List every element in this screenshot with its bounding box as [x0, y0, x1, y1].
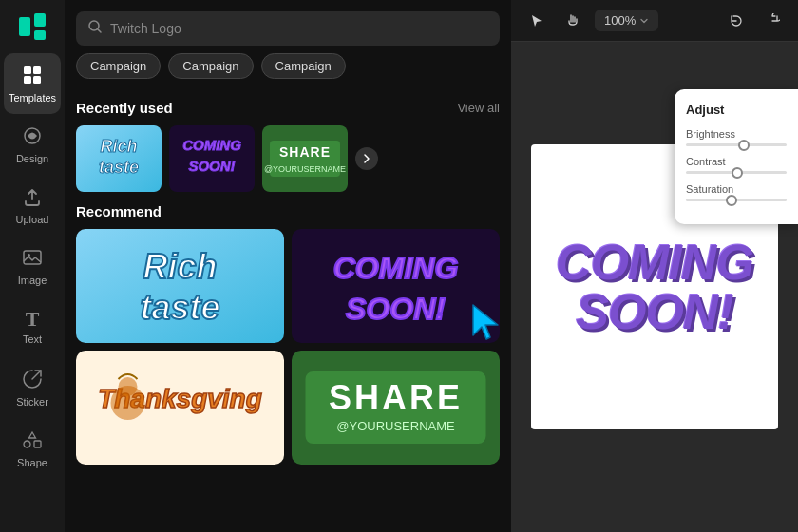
cursor-pointer — [469, 301, 500, 343]
adjust-panel: Adjust Brightness Contrast Saturation — [674, 89, 798, 224]
saturation-label: Saturation — [686, 183, 787, 195]
recommend-item-richtaste[interactable]: Rich taste — [76, 229, 284, 343]
svg-rect-3 — [24, 66, 31, 74]
svg-rect-10 — [34, 441, 41, 447]
svg-text:SHARE: SHARE — [279, 144, 331, 160]
filter-chips: Campaign Campaign Campaign — [65, 53, 511, 88]
svg-rect-8 — [24, 251, 41, 264]
filter-chip-2[interactable]: Campaign — [261, 53, 346, 79]
svg-text:SOON!: SOON! — [188, 158, 235, 174]
svg-text:@YOURUSERNAME: @YOURUSERNAME — [336, 419, 455, 433]
svg-rect-0 — [19, 17, 30, 36]
sidebar-item-shape[interactable]: Shape — [4, 418, 61, 479]
sidebar-item-sticker[interactable]: Sticker — [4, 357, 61, 418]
editor-area: 100% COMING SOON! Adjust — [511, 0, 798, 532]
contrast-slider[interactable] — [686, 171, 787, 174]
canvas-text: COMING SOON! — [556, 238, 753, 336]
sidebar-item-label: Image — [18, 275, 48, 286]
filter-chip-1[interactable]: Campaign — [168, 53, 253, 79]
svg-rect-1 — [34, 13, 46, 27]
contrast-label: Contrast — [686, 156, 787, 167]
recommend-item-thanksgiving[interactable]: Thanksgving — [76, 351, 284, 465]
svg-rect-4 — [33, 66, 41, 74]
recommend-item-comingsoon[interactable]: COMING SOON! — [292, 229, 500, 343]
search-input[interactable]: Twitch Logo — [110, 21, 488, 36]
sticker-icon — [22, 369, 43, 392]
recently-used-row: Rich taste COMING SOON! SHARE @YOURUSER — [76, 125, 500, 192]
editor-toolbar: 100% — [511, 0, 798, 42]
design-icon — [22, 125, 43, 149]
svg-point-32 — [119, 377, 138, 396]
brightness-slider[interactable] — [686, 143, 787, 146]
upload-icon — [22, 186, 43, 210]
svg-point-11 — [24, 441, 30, 447]
sidebar-item-label: Templates — [9, 92, 56, 104]
sidebar-item-image[interactable]: Image — [4, 236, 61, 296]
contrast-thumb[interactable] — [732, 167, 743, 179]
templates-content: Recently used View all Rich taste — [65, 88, 511, 532]
recommend-grid: Rich taste COMING SOON! — [76, 229, 500, 465]
text-icon: T — [26, 309, 40, 330]
sidebar-item-label: Design — [16, 153, 48, 164]
brightness-row: Brightness — [686, 128, 787, 146]
recently-used-header: Recently used View all — [76, 100, 500, 116]
recent-thumb-comingsoon[interactable]: COMING SOON! — [169, 125, 255, 192]
zoom-control[interactable]: 100% — [595, 10, 658, 31]
shape-icon — [22, 429, 43, 453]
sidebar-item-label: Shape — [17, 457, 48, 468]
svg-rect-5 — [24, 76, 31, 84]
sidebar-item-text[interactable]: T Text — [4, 296, 61, 357]
undo-button[interactable] — [722, 7, 750, 35]
view-all-button[interactable]: View all — [457, 101, 500, 115]
recent-thumb-richtaste[interactable]: Rich taste — [76, 125, 162, 192]
app-logo — [13, 8, 51, 46]
svg-rect-6 — [33, 76, 41, 84]
recommend-title: Recommend — [76, 203, 162, 219]
saturation-thumb[interactable] — [726, 195, 737, 206]
saturation-row: Saturation — [686, 183, 787, 201]
contrast-row: Contrast — [686, 156, 787, 174]
brightness-label: Brightness — [686, 128, 787, 140]
hand-tool-button[interactable] — [559, 7, 587, 35]
sidebar-item-design[interactable]: Design — [4, 114, 61, 175]
svg-text:@YOURUSERNAME: @YOURUSERNAME — [264, 164, 346, 174]
search-bar: Twitch Logo — [65, 0, 511, 53]
canvas-wrap: COMING SOON! Adjust Brightness Contrast … — [511, 42, 798, 532]
recently-used-title: Recently used — [76, 100, 173, 116]
zoom-value: 100% — [604, 13, 636, 28]
sidebar-item-upload[interactable]: Upload — [4, 175, 61, 236]
templates-icon — [22, 65, 43, 88]
search-input-wrap[interactable]: Twitch Logo — [76, 11, 500, 46]
saturation-slider[interactable] — [686, 199, 787, 201]
recommend-header: Recommend — [76, 203, 500, 219]
canvas-text-line1: COMING — [556, 238, 753, 287]
filter-chip-0[interactable]: Campaign — [76, 53, 161, 79]
search-icon — [87, 19, 103, 38]
sidebar-item-templates[interactable]: Templates — [4, 53, 61, 114]
sidebar-item-label: Upload — [16, 214, 49, 225]
sidebar: Templates Design Upload Image — [0, 0, 65, 532]
svg-text:SOON!: SOON! — [346, 292, 446, 326]
svg-text:COMING: COMING — [333, 251, 459, 285]
image-icon — [22, 247, 43, 271]
templates-panel: Twitch Logo Campaign Campaign Campaign R… — [65, 0, 511, 532]
recent-next-button[interactable] — [355, 147, 378, 170]
sidebar-item-label: Sticker — [16, 396, 48, 408]
select-tool-button[interactable] — [522, 7, 551, 35]
svg-text:Rich: Rich — [142, 247, 217, 286]
canvas-text-line2: SOON! — [556, 287, 753, 336]
recommend-item-share[interactable]: SHARE @YOURUSERNAME — [292, 351, 500, 465]
redo-button[interactable] — [758, 7, 787, 35]
svg-rect-2 — [34, 30, 46, 40]
brightness-thumb[interactable] — [738, 140, 750, 151]
recent-thumb-share[interactable]: SHARE @YOURUSERNAME — [262, 125, 348, 192]
adjust-title: Adjust — [686, 103, 787, 117]
svg-text:taste: taste — [99, 158, 139, 177]
sidebar-item-label: Text — [23, 333, 42, 345]
svg-text:Rich: Rich — [100, 137, 137, 156]
svg-text:SHARE: SHARE — [329, 378, 463, 417]
svg-text:COMING: COMING — [182, 137, 241, 153]
svg-text:taste: taste — [140, 288, 219, 327]
